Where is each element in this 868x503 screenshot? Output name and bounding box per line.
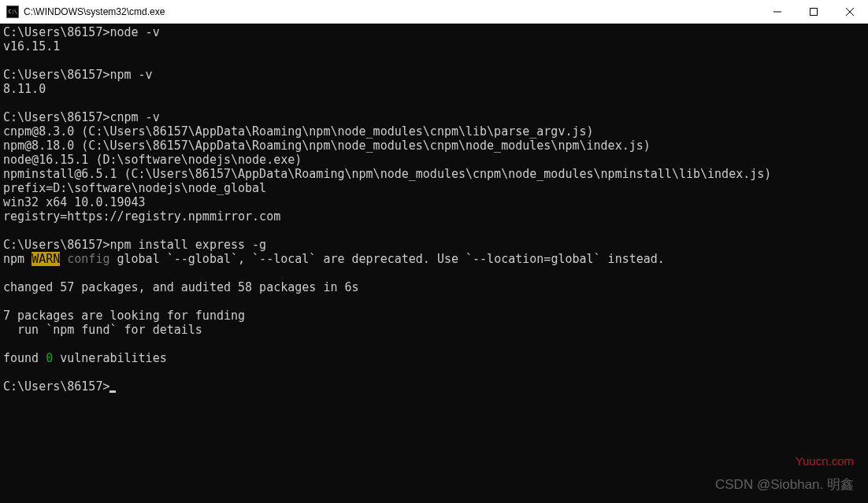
- output-line: node@16.15.1 (D:\software\nodejs\node.ex…: [3, 153, 302, 167]
- output-line: npminstall@6.5.1 (C:\Users\86157\AppData…: [3, 167, 771, 181]
- npm-warn-badge: WARN: [32, 252, 60, 266]
- vuln-prefix: found: [3, 351, 46, 365]
- prompt: C:\Users\86157>: [3, 25, 109, 39]
- command-text: cnpm -v: [109, 110, 159, 124]
- vuln-suffix: vulnerabilities: [53, 351, 167, 365]
- minimize-button[interactable]: [759, 0, 796, 23]
- output-line: win32 x64 10.0.19043: [3, 195, 146, 209]
- output-line: 7 packages are looking for funding: [3, 309, 245, 323]
- output-line: prefix=D:\software\nodejs\node_global: [3, 181, 266, 195]
- watermark-csdn: CSDN @Siobhan. 明鑫: [715, 478, 854, 492]
- cursor: [109, 390, 116, 393]
- output-line: run `npm fund` for details: [3, 323, 202, 337]
- prompt: C:\Users\86157>: [3, 110, 109, 124]
- command-text: node -v: [109, 25, 159, 39]
- titlebar: C:\ C:\WINDOWS\system32\cmd.exe: [0, 0, 868, 24]
- svg-rect-1: [811, 8, 818, 15]
- output-line: 8.11.0: [3, 82, 46, 96]
- output-line: cnpm@8.3.0 (C:\Users\86157\AppData\Roami…: [3, 124, 594, 139]
- watermark-yuucn: Yuucn.com: [796, 454, 854, 468]
- spacer: [60, 252, 67, 266]
- window-title: C:\WINDOWS\system32\cmd.exe: [24, 6, 759, 17]
- command-text: npm -v: [109, 68, 152, 82]
- window-controls: [759, 0, 868, 23]
- cmd-icon-text: C:\: [8, 9, 17, 15]
- npm-warn-prefix: npm: [3, 252, 32, 266]
- output-line: changed 57 packages, and audited 58 pack…: [3, 280, 359, 294]
- npm-warn-config: config: [67, 252, 109, 266]
- prompt: C:\Users\86157>: [3, 379, 109, 394]
- cmd-icon: C:\: [6, 6, 19, 18]
- command-text: npm install express -g: [109, 238, 266, 252]
- npm-warn-message: global `--global`, `--local` are depreca…: [109, 252, 664, 266]
- terminal-output[interactable]: C:\Users\86157>node -v v16.15.1 C:\Users…: [0, 24, 868, 503]
- output-line: registry=https://registry.npmmirror.com: [3, 209, 280, 224]
- prompt: C:\Users\86157>: [3, 68, 109, 82]
- maximize-button[interactable]: [796, 0, 832, 23]
- output-line: npm@8.18.0 (C:\Users\86157\AppData\Roami…: [3, 139, 651, 153]
- prompt: C:\Users\86157>: [3, 238, 109, 252]
- close-button[interactable]: [832, 0, 868, 23]
- vuln-count: 0: [46, 351, 53, 365]
- output-line: v16.15.1: [3, 39, 60, 54]
